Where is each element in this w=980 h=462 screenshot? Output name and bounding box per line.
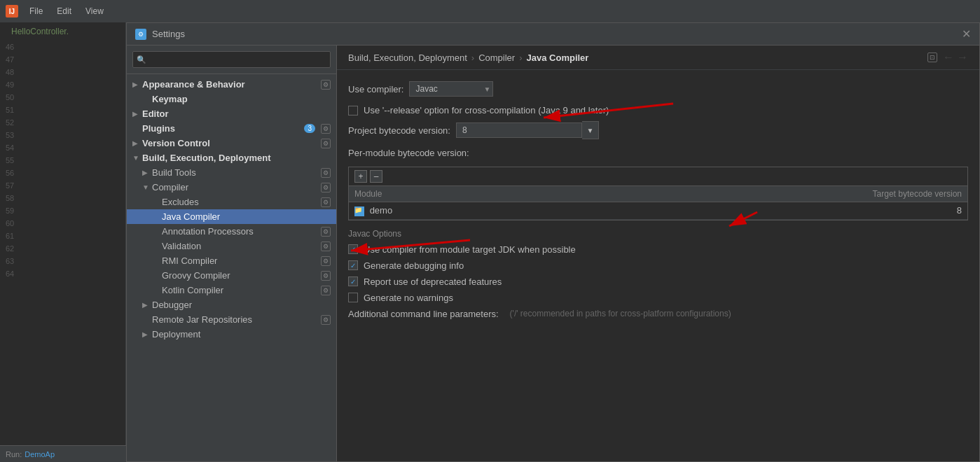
bytecode-version-dropdown[interactable]: ▼	[582, 121, 599, 139]
sidebar-item-label: Appearance & Behavior	[142, 79, 318, 90]
sidebar-item-label: Version Control	[142, 138, 318, 148]
sidebar-item-version-control[interactable]: ▶ Version Control ⚙	[127, 136, 336, 150]
settings-dialog-icon: ⚙	[135, 29, 146, 40]
breadcrumb-pin-icon[interactable]: ⊡	[927, 52, 937, 62]
generate-debug-label: Generate debugging info	[364, 260, 464, 271]
arrow-icon: ▼	[142, 183, 152, 191]
settings-pin-icon: ⚙	[321, 183, 331, 192]
line-numbers: 46474849505152535455565758596061626364	[0, 38, 125, 283]
sidebar-item-build-execution[interactable]: ▼ Build, Execution, Deployment	[127, 150, 336, 165]
report-deprecated-checkbox[interactable]	[348, 276, 358, 286]
checkbox-generate-no-warnings: Generate no warnings	[348, 293, 968, 303]
settings-dialog: ⚙ Settings ✕ 🔍 ▶ Appearance & Behavior	[126, 22, 980, 445]
sidebar-item-rmi-compiler[interactable]: RMI Compiler ⚙	[127, 253, 336, 268]
sidebar-item-label: RMI Compiler	[162, 255, 318, 266]
module-name: demo	[370, 205, 393, 216]
nav-back-button[interactable]: ←	[943, 51, 954, 64]
sidebar-item-validation[interactable]: Validation ⚙	[127, 239, 336, 253]
title-bar-left: IJ File Edit View	[6, 5, 106, 18]
checkbox-report-deprecated: Report use of deprecated features	[348, 276, 968, 287]
table-cell-version: 8	[552, 202, 967, 220]
settings-pin-icon: ⚙	[321, 315, 331, 325]
sidebar-item-label: Plugins	[142, 123, 304, 134]
arrow-icon: ▶	[132, 110, 142, 118]
sidebar-tree: ▶ Appearance & Behavior ⚙ Keymap ▶ Edito…	[127, 74, 336, 445]
sidebar-item-deployment[interactable]: ▶ Deployment	[127, 327, 336, 342]
dialog-close-button[interactable]: ✕	[962, 27, 971, 41]
settings-pin-icon: ⚙	[321, 139, 331, 148]
checkbox-use-module-target: Use compiler from module target JDK when…	[348, 244, 968, 255]
table-remove-button[interactable]: –	[370, 170, 382, 183]
menu-edit[interactable]: Edit	[54, 5, 74, 18]
module-table: Module Target bytecode version 📁 demo	[349, 186, 967, 220]
generate-no-warnings-label: Generate no warnings	[364, 293, 453, 303]
settings-pin-icon: ⚙	[321, 271, 331, 281]
use-module-target-checkbox[interactable]	[348, 244, 358, 254]
settings-pin-icon: ⚙	[321, 241, 331, 251]
arrow-icon: ▶	[132, 139, 142, 147]
sidebar-item-label: Kotlin Compiler	[162, 285, 318, 295]
arrow-icon: ▶	[132, 80, 142, 88]
table-add-button[interactable]: +	[354, 170, 367, 183]
report-deprecated-label: Report use of deprecated features	[364, 276, 502, 287]
sidebar-item-debugger[interactable]: ▶ Debugger	[127, 298, 336, 312]
menu-file[interactable]: File	[27, 5, 46, 18]
compiler-select-wrapper: Javac Eclipse Ajc ▼	[409, 81, 493, 97]
dialog-title: Settings	[152, 29, 185, 39]
settings-pin-icon: ⚙	[321, 197, 331, 207]
settings-pin-icon: ⚙	[321, 256, 331, 266]
project-file: HelloController.	[0, 25, 125, 38]
breadcrumb: Build, Execution, Deployment › Compiler …	[348, 52, 925, 63]
sidebar-item-groovy-compiler[interactable]: Groovy Compiler ⚙	[127, 268, 336, 283]
sidebar-item-appearance[interactable]: ▶ Appearance & Behavior ⚙	[127, 77, 336, 92]
run-app-label: DemoAp	[25, 450, 55, 458]
sidebar-item-label: Groovy Compiler	[162, 270, 318, 281]
settings-pin-icon: ⚙	[321, 286, 331, 295]
sidebar-item-plugins[interactable]: Plugins 3 ⚙	[127, 121, 336, 136]
sidebar-item-label: Build Tools	[152, 167, 318, 178]
additional-params-row: Additional command line parameters: ('/'…	[348, 309, 968, 319]
settings-pin-icon: ⚙	[321, 124, 331, 134]
nav-forward-button[interactable]: →	[957, 51, 968, 64]
sidebar-item-remote-jar[interactable]: Remote Jar Repositories ⚙	[127, 312, 336, 327]
additional-params-hint: ('/' recommended in paths for cross-plat…	[510, 309, 731, 318]
settings-pin-icon: ⚙	[321, 80, 331, 90]
release-option-row: Use '--release' option for cross-compila…	[348, 105, 968, 115]
sidebar-item-label: Excludes	[162, 197, 318, 207]
main-container: HelloController. 46474849505152535455565…	[0, 22, 980, 445]
bytecode-version-row: Project bytecode version: 8 ▼	[348, 121, 968, 139]
sidebar-item-editor[interactable]: ▶ Editor	[127, 106, 336, 121]
content-header: Build, Execution, Deployment › Compiler …	[337, 46, 979, 70]
sidebar-item-build-tools[interactable]: ▶ Build Tools ⚙	[127, 165, 336, 180]
release-option-checkbox[interactable]	[348, 106, 358, 115]
breadcrumb-sep1: ›	[471, 52, 474, 63]
search-input[interactable]	[132, 51, 331, 68]
release-option-label: Use '--release' option for cross-compila…	[364, 105, 609, 115]
sidebar-item-keymap[interactable]: Keymap	[127, 92, 336, 106]
sidebar-item-label: Java Compiler	[162, 211, 331, 222]
bytecode-version-input[interactable]: 8	[456, 122, 582, 138]
sidebar-item-excludes[interactable]: Excludes ⚙	[127, 195, 336, 209]
settings-content: Build, Execution, Deployment › Compiler …	[337, 46, 979, 445]
sidebar-item-compiler[interactable]: ▼ Compiler ⚙	[127, 180, 336, 195]
breadcrumb-part1: Build, Execution, Deployment	[348, 52, 467, 63]
table-header-module: Module	[349, 186, 552, 202]
search-icon: 🔍	[137, 55, 146, 64]
sidebar-item-label: Remote Jar Repositories	[152, 314, 318, 325]
use-compiler-row: Use compiler: Javac Eclipse Ajc ▼	[348, 81, 968, 97]
sidebar-item-label: Keymap	[152, 94, 331, 104]
generate-debug-checkbox[interactable]	[348, 260, 358, 270]
project-content: HelloController. 46474849505152535455565…	[0, 22, 125, 286]
breadcrumb-part2: Compiler	[478, 52, 515, 63]
arrow-icon: ▶	[142, 301, 152, 309]
sidebar-item-label: Editor	[142, 108, 331, 119]
sidebar-item-java-compiler[interactable]: Java Compiler	[127, 209, 336, 224]
sidebar-item-annotation-processors[interactable]: Annotation Processors ⚙	[127, 224, 336, 239]
compiler-select[interactable]: Javac Eclipse Ajc	[409, 81, 493, 97]
menu-view[interactable]: View	[83, 5, 106, 18]
generate-no-warnings-checkbox[interactable]	[348, 293, 358, 302]
bytecode-version-control: 8 ▼	[456, 121, 599, 139]
settings-sidebar: 🔍 ▶ Appearance & Behavior ⚙ Keymap	[127, 46, 337, 445]
breadcrumb-sep2: ›	[519, 52, 522, 63]
sidebar-item-kotlin-compiler[interactable]: Kotlin Compiler ⚙	[127, 283, 336, 298]
